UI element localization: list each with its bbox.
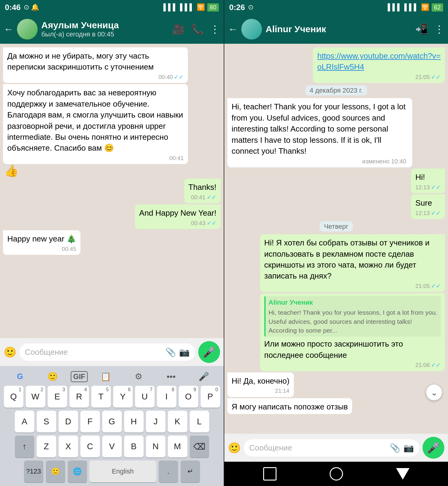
message-1[interactable]: Да можно и не убирать, могу эту часть пе… [3,47,188,83]
key-t[interactable]: 5T [91,386,111,408]
enter-key[interactable]: ↵ [181,460,200,482]
date-divider-1: 4 декабря 2023 г. [227,87,445,94]
notification-icon: 🔔 [31,3,39,11]
backspace-key[interactable]: ⌫ [190,436,209,457]
key-a[interactable]: A [15,411,34,433]
phone-call-icon[interactable]: 📞 [191,23,204,35]
keyboard-toolbar: G 🙂 GIF 📋 ⚙ ••• 🎤 [1,368,222,386]
signal2-icon: ▌▌▌ [404,3,419,11]
message-4[interactable]: And Happy New Year! 00:43 ✓✓ [135,204,221,229]
key-l[interactable]: L [190,411,209,433]
keyboard-mic-key[interactable]: 🎤 [188,370,220,383]
right-back-nav[interactable] [396,468,409,480]
key-g[interactable]: G [102,411,122,433]
right-mic-button[interactable]: 🎤 [423,437,444,459]
key-u[interactable]: 7U [135,386,154,408]
youtube-link[interactable]: https://www.youtube.com/watch?v=oLRlslFw… [317,51,441,71]
emoji-key[interactable]: 🙂 [36,370,69,383]
period-key[interactable]: . [159,460,178,482]
camera-icon[interactable]: 📷 [179,347,190,357]
key-i[interactable]: 8I [157,386,176,408]
key-m[interactable]: M [168,436,187,457]
keyboard: G 🙂 GIF 📋 ⚙ ••• 🎤 1Q 2W 3E 4R 5T 6Y 7U 8… [0,366,224,486]
key-s[interactable]: S [37,411,56,433]
more-options-icon[interactable]: ⋮ [210,23,220,35]
right-attach-icon[interactable]: 📎 [390,443,400,453]
message-5[interactable]: Happy new year 🎄 00:45 [3,230,80,255]
right-back-button[interactable]: ← [228,24,238,35]
signal2-icon: ▌▌▌ [180,3,194,11]
right-circle-nav[interactable] [330,467,343,481]
right-nav-bar [224,462,448,486]
key-y[interactable]: 6Y [113,386,133,408]
key-b[interactable]: B [124,436,144,457]
left-message-input[interactable]: Сообщение 📎 📷 [19,344,195,361]
video-call-icon[interactable]: 🎥 [172,23,185,35]
right-message-1[interactable]: https://www.youtube.com/watch?v=oLRlslFw… [313,47,445,83]
attach-icon[interactable]: 📎 [165,347,176,357]
message-2[interactable]: Хочу поблагодарить вас за невероятную по… [3,84,188,164]
key-k[interactable]: K [168,411,187,433]
date-divider-2: Четверг [227,223,445,231]
right-message-5[interactable]: Нi! Я хотел бы собрать отзывы от ученико… [260,234,445,292]
message-text: Или можно просто заскриншотить это после… [264,339,403,359]
battery-icon-right: 62 [432,3,443,12]
key-j[interactable]: J [146,411,165,433]
mic-button[interactable]: 🎤 [198,341,220,363]
key-v[interactable]: V [102,436,122,457]
clipboard-key[interactable]: 📋 [90,370,122,383]
right-message-7[interactable]: Нi! Да, конечно) 21:14 [227,372,294,397]
gif-key[interactable]: GIF [71,371,88,382]
settings-key[interactable]: ⚙ [122,370,155,383]
shift-key[interactable]: ↑ [15,436,34,457]
emoji-button[interactable]: 🙂 [4,346,16,358]
right-message-8[interactable]: Я могу написать попозже отзыв [227,398,352,414]
key-d[interactable]: D [59,411,78,433]
right-emoji-button[interactable]: 🙂 [228,442,241,454]
back-button[interactable]: ← [4,24,13,35]
right-square-nav[interactable] [263,467,277,481]
google-key[interactable]: G [4,370,36,383]
message-3[interactable]: Thanks! 00:41 ✓✓ [184,179,221,203]
emoji-face-key[interactable]: 🙂 [46,460,65,482]
message-time: 21:05 ✓✓ [317,73,441,81]
key-o[interactable]: 9O [179,386,198,408]
right-message-2[interactable]: Hi, teacher! Thank you for your lessons,… [227,98,412,167]
right-camera-icon[interactable]: 📷 [403,443,414,453]
key-f[interactable]: F [80,411,100,433]
key-p[interactable]: 0P [201,386,220,408]
numbers-key[interactable]: ?123 [24,460,43,482]
check-icon: ✓✓ [431,73,441,81]
add-call-icon[interactable]: 📲 [415,23,428,35]
left-chat-header: ← Аяулым Ученица был(-а) сегодня в 00:45… [0,15,224,44]
more-key[interactable]: ••• [155,370,188,383]
right-message-6[interactable]: Alinur Ученик Hi, teacher! Thank you for… [260,293,445,371]
key-q[interactable]: 1Q [4,386,23,408]
key-h[interactable]: H [124,411,144,433]
left-contact-status: был(-а) сегодня в 00:45 [41,30,168,38]
right-status-icons: ▌▌▌ ▌▌▌ 🛜 62 [388,3,443,12]
key-z[interactable]: Z [37,436,56,457]
globe-key[interactable]: 🌐 [68,460,87,482]
right-message-input[interactable]: Сообщение 📎 📷 [244,439,419,457]
key-r[interactable]: 4R [70,386,89,408]
key-n[interactable]: N [146,436,165,457]
message-text: Нi! Я хотел бы собрать отзывы от ученико… [264,238,429,280]
left-avatar[interactable] [17,19,38,39]
right-message-3[interactable]: Hi! 12:13 ✓✓ [411,169,445,193]
key-x[interactable]: X [59,436,78,457]
message-time: 00:41 ✓✓ [188,193,217,202]
key-c[interactable]: C [80,436,100,457]
key-e[interactable]: 3E [48,386,67,408]
scroll-down-button[interactable]: ⌄ [426,385,442,400]
key-w[interactable]: 2W [26,386,45,408]
message-time: 12:13 ✓✓ [415,209,441,217]
right-contact-name[interactable]: Alinur Ученик [266,24,412,34]
right-message-4[interactable]: Sure 12:13 ✓✓ [411,194,445,219]
space-key[interactable]: English [90,460,156,482]
alarm-icon-right: ⊙ [248,3,253,11]
right-more-options-icon[interactable]: ⋮ [434,23,444,35]
right-avatar[interactable] [241,19,262,39]
left-contact-name[interactable]: Аяулым Ученица [41,20,168,30]
message-time: 21:05 ✓✓ [264,282,441,290]
